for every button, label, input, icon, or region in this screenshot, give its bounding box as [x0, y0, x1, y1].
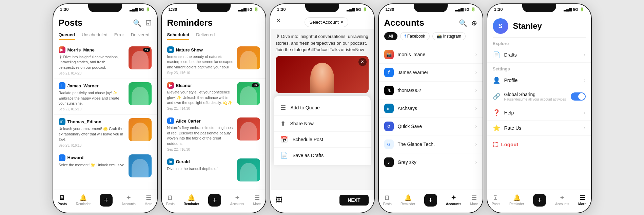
network-type: 5G	[248, 7, 253, 12]
logout-label: Logout	[501, 142, 519, 147]
tiktok-icon: ♪	[384, 157, 394, 167]
search-icon[interactable]: 🔍	[133, 19, 141, 27]
reminder-thumbnail	[237, 117, 260, 141]
add-button[interactable]: +	[424, 194, 437, 207]
nav-reminder[interactable]: 🔔 Reminder	[76, 194, 91, 206]
global-sharing-toggle[interactable]	[571, 92, 586, 101]
nav-accounts[interactable]: ✦ Accounts	[122, 194, 136, 206]
nav-accounts[interactable]: ✦ Accounts	[446, 194, 462, 206]
nav-reminder[interactable]: 🔔 Reminder	[183, 194, 199, 206]
list-item[interactable]: G The Glance Tech. ›	[379, 135, 483, 153]
tab-queued[interactable]: Queued	[59, 30, 75, 40]
add-button[interactable]: +	[100, 194, 113, 207]
tab-delivered[interactable]: Delivered	[131, 30, 150, 40]
logout-button[interactable]: ⬚ Logout	[487, 136, 591, 153]
nav-posts[interactable]: 🗓 Posts	[383, 194, 392, 206]
table-row[interactable]: f Howard Seize the moment! 🌟 Unlock excl…	[53, 151, 157, 181]
linkedin-icon: in	[59, 118, 65, 125]
profile-screen: S Stanley Explore 📄 Drafts › Settings 👤 …	[487, 14, 591, 190]
select-account-button[interactable]: Select Account ▾	[305, 17, 348, 27]
list-item[interactable]: 📸 morris_mane ›	[379, 46, 483, 64]
posts-screen: Posts 🔍 ☑ Queued Unscheduled Error Deliv…	[53, 14, 157, 190]
close-button[interactable]: ✕	[276, 17, 281, 24]
image-remove-button[interactable]: ✕	[358, 58, 367, 66]
account-name: Quick Save	[398, 124, 475, 129]
instagram-icon: 📸	[384, 50, 394, 59]
list-item[interactable]: f James Warner ›	[379, 64, 483, 82]
share-now-button[interactable]: ⬆ Share Now	[274, 116, 371, 132]
network-type: 5G	[573, 7, 578, 12]
menu-item-profile[interactable]: 👤 Profile ›	[487, 73, 591, 88]
reminders-screen: Reminders Scheduled Delivered in Nature …	[162, 14, 266, 190]
list-item[interactable]: in Gerald Dive into the tranquil depths …	[162, 155, 266, 185]
tab-delivered[interactable]: Delivered	[196, 30, 215, 40]
nav-more[interactable]: ☰ More	[253, 194, 261, 206]
notch	[88, 4, 122, 12]
reminder-date: Sep 23, #16:10	[167, 71, 234, 75]
notch	[197, 4, 231, 12]
bottom-nav: 🖼 NEXT	[270, 190, 374, 213]
table-row[interactable]: ▶ Morris_Mane 🎙 Dive into insightful con…	[53, 43, 157, 79]
bottom-nav: 🗓 Posts 🔔 Reminder + ✦ Accounts ☰ More	[379, 190, 483, 213]
filter-all[interactable]: All	[384, 32, 397, 40]
list-item[interactable]: f Alice Carter Nature's fiery embrace in…	[162, 114, 266, 155]
action-label: Schedule Post	[293, 137, 323, 142]
logout-icon: ⬚	[493, 141, 499, 148]
menu-item-rate-us[interactable]: ⭐ Rate Us ›	[487, 121, 591, 136]
accounts-title: Accounts	[384, 18, 424, 28]
time: 1:30	[386, 7, 394, 12]
posts-nav-icon: 🗓	[167, 194, 173, 201]
table-row[interactable]: f James_Warner Radiate positivity and ch…	[53, 79, 157, 115]
list-item[interactable]: 𝕏 thomas002 ›	[379, 82, 483, 100]
post-thumbnail	[129, 154, 152, 177]
nav-accounts[interactable]: ✦ Accounts	[230, 194, 244, 206]
menu-item-help[interactable]: ❓ Help ›	[487, 105, 591, 121]
checkmark-icon[interactable]: ☑	[145, 19, 152, 27]
nav-reminder[interactable]: 🔔 Reminder	[401, 194, 415, 206]
add-to-queue-button[interactable]: ☰ Add to Queue	[274, 100, 371, 116]
tab-unscheduled[interactable]: Unscheduled	[82, 30, 108, 40]
save-drafts-button[interactable]: 📄 Save as Drafts	[274, 148, 371, 163]
list-item[interactable]: in Archsays ›	[379, 100, 483, 117]
tab-error[interactable]: Error	[114, 30, 124, 40]
menu-item-global-sharing[interactable]: 🔗 Global Sharing Pause/Resume all your a…	[487, 88, 591, 105]
reminder-nav-icon: 🔔	[404, 194, 412, 201]
nav-posts[interactable]: 🗓 Posts	[166, 194, 175, 206]
list-item[interactable]: Q Quick Save ›	[379, 117, 483, 135]
tab-scheduled[interactable]: Scheduled	[167, 30, 190, 40]
menu-label: Help	[504, 110, 580, 115]
search-icon[interactable]: 🔍	[459, 19, 467, 27]
post-username: Thomas_Edison	[67, 119, 101, 124]
section-settings: Settings	[487, 63, 591, 73]
filter-facebook[interactable]: f Facebook	[400, 32, 430, 40]
filter-instagram[interactable]: 📸 Instagram	[432, 32, 466, 40]
chevron-right-icon: ›	[584, 77, 585, 83]
list-item[interactable]: ♪ Grey sky ›	[379, 153, 483, 171]
account-name: The Glance Tech.	[398, 142, 475, 147]
list-item[interactable]: in Nature Show Immerse in the beauty of …	[162, 43, 266, 79]
list-item[interactable]: ▶ Eleanor Elevate your style, let your c…	[162, 79, 266, 114]
nav-more[interactable]: ☰ More	[144, 194, 152, 206]
add-button[interactable]: +	[208, 194, 221, 207]
add-button[interactable]: +	[533, 194, 546, 207]
nav-posts[interactable]: 🗓 Posts	[492, 194, 500, 206]
next-button[interactable]: NEXT	[339, 195, 368, 206]
chevron-right-icon: ›	[475, 69, 477, 76]
post-image: ✕	[276, 56, 369, 93]
accounts-nav-icon: ✦	[126, 194, 131, 201]
menu-item-drafts[interactable]: 📄 Drafts ›	[487, 47, 591, 63]
chevron-right-icon: ›	[475, 51, 477, 58]
nav-label: Reminder	[401, 202, 415, 206]
reminder-date: Sep 22, #16:30	[167, 148, 234, 151]
nav-more[interactable]: ☰ More	[578, 194, 586, 206]
schedule-post-button[interactable]: 📅 Schedule Post	[274, 132, 371, 148]
table-row[interactable]: in Thomas_Edison Unleash your amazement!…	[53, 115, 157, 151]
nav-more[interactable]: ☰ More	[470, 194, 478, 206]
gallery-icon[interactable]: 🖼	[276, 196, 282, 204]
nav-reminder[interactable]: 🔔 Reminder	[509, 194, 524, 206]
nav-posts[interactable]: 🗓 Posts	[58, 194, 67, 206]
add-account-icon[interactable]: ⊕	[471, 19, 477, 27]
nav-accounts[interactable]: ✦ Accounts	[555, 194, 569, 206]
nav-label: Accounts	[122, 202, 136, 206]
drafts-icon: 📄	[493, 51, 500, 59]
